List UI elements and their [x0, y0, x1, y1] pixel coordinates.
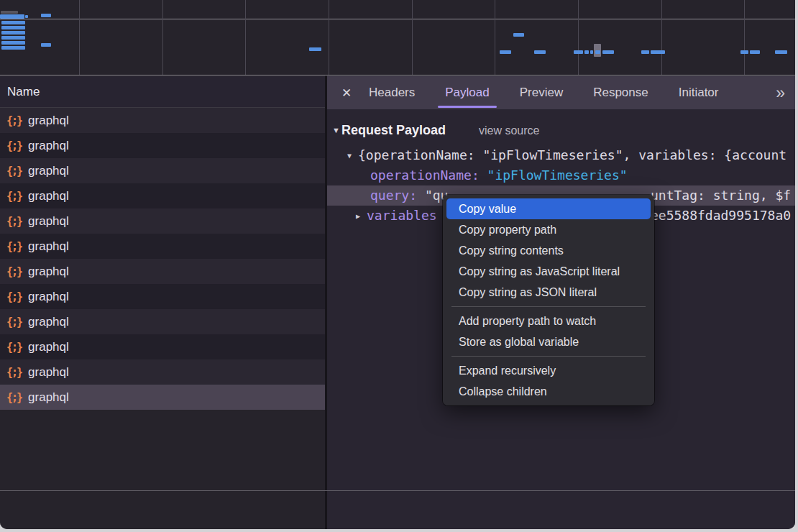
request-name: graphql	[28, 390, 69, 405]
request-name: graphql	[28, 340, 69, 354]
menu-item-store-as-global-variable[interactable]: Store as global variable	[446, 331, 651, 352]
request-bar	[25, 15, 28, 18]
context-menu: Copy valueCopy property pathCopy string …	[443, 195, 654, 405]
menu-item-copy-string-as-javascript-literal[interactable]: Copy string as JavaScript literal	[446, 261, 651, 282]
json-icon: {;}	[6, 341, 22, 354]
menu-item-copy-value[interactable]: Copy value	[446, 198, 651, 219]
requests-table: Name {;}graphql{;}graphql{;}graphql{;}gr…	[0, 76, 325, 529]
request-name: graphql	[28, 214, 69, 229]
property-key: variables	[367, 208, 437, 223]
request-row[interactable]: {;}graphql	[0, 158, 325, 183]
request-bar	[651, 50, 665, 54]
view-source-link[interactable]: view source	[479, 124, 539, 137]
menu-separator	[451, 306, 646, 307]
menu-item-collapse-children[interactable]: Collapse children	[446, 381, 651, 402]
request-bar	[1, 21, 25, 24]
tab-initiator[interactable]: Initiator	[679, 76, 719, 109]
request-bar	[534, 50, 546, 54]
json-icon: {;}	[6, 316, 22, 329]
request-bar	[750, 50, 760, 54]
request-row[interactable]: {;}graphql	[0, 359, 325, 385]
property-key: query:	[370, 188, 417, 203]
property-value: "ipFlowTimeseries"	[487, 168, 628, 183]
overview-gridline	[245, 0, 246, 75]
request-name: graphql	[28, 290, 69, 304]
object-preview-text: {operationName: "ipFlowTimeseries", vari…	[358, 147, 786, 162]
request-name: graphql	[28, 265, 69, 279]
request-bar	[41, 43, 51, 47]
overview-gridline	[79, 0, 80, 75]
tab-payload[interactable]: Payload	[445, 76, 489, 109]
request-bar	[41, 14, 51, 17]
name-column-header[interactable]: Name	[0, 76, 325, 108]
request-row[interactable]: {;}graphql	[0, 234, 325, 259]
request-row[interactable]: {;}graphql	[0, 183, 325, 208]
tab-preview[interactable]: Preview	[520, 76, 563, 109]
disclosure-triangle-icon[interactable]: ▼	[332, 122, 340, 138]
overview-midline	[0, 19, 795, 19]
request-bar	[584, 50, 589, 54]
request-bar	[500, 50, 511, 54]
request-row[interactable]: {;}graphql	[0, 133, 325, 158]
menu-item-expand-recursively[interactable]: Expand recursively	[446, 360, 651, 381]
json-icon: {;}	[6, 240, 22, 253]
more-tabs-button[interactable]: »	[776, 83, 784, 103]
request-name: graphql	[28, 189, 69, 203]
property-value-right: untTag: string, $f	[651, 185, 791, 206]
request-name: graphql	[28, 315, 69, 329]
request-bar	[1, 36, 25, 40]
overview-gridline	[412, 0, 413, 75]
json-icon: {;}	[6, 391, 22, 404]
menu-item-copy-string-as-json-literal[interactable]: Copy string as JSON literal	[446, 282, 651, 303]
tree-row-operationname[interactable]: operationName: "ipFlowTimeseries"	[327, 165, 795, 185]
menu-item-add-property-path-to-watch[interactable]: Add property path to watch	[446, 311, 651, 331]
close-panel-button[interactable]: ✕	[336, 86, 357, 101]
chevron-double-icon: »	[776, 83, 784, 102]
request-row[interactable]: {;}graphql	[0, 259, 325, 284]
menu-item-copy-string-contents[interactable]: Copy string contents	[446, 240, 651, 261]
menu-item-copy-property-path[interactable]: Copy property path	[446, 219, 651, 240]
request-bar	[309, 47, 321, 51]
request-bar	[740, 50, 748, 54]
request-name: graphql	[28, 114, 69, 128]
request-bar	[1, 41, 25, 45]
request-row[interactable]: {;}graphql	[0, 385, 325, 410]
request-name: graphql	[28, 365, 69, 380]
json-icon: {;}	[6, 190, 22, 203]
request-row[interactable]: {;}graphql	[0, 208, 325, 234]
tab-response[interactable]: Response	[593, 76, 648, 109]
menu-separator	[451, 356, 646, 357]
request-row[interactable]: {;}graphql	[0, 108, 325, 133]
request-name: graphql	[28, 139, 69, 153]
request-row[interactable]: {;}graphql	[0, 309, 325, 334]
request-rows: {;}graphql{;}graphql{;}graphql{;}graphql…	[0, 108, 325, 410]
request-bar	[574, 50, 583, 54]
property-key: operationName:	[370, 168, 480, 183]
network-overview[interactable]	[0, 0, 795, 75]
overview-gridline	[744, 0, 745, 75]
request-bar	[641, 50, 649, 54]
request-bar	[602, 50, 614, 54]
overview-gridline	[162, 0, 163, 75]
request-row[interactable]: {;}graphql	[0, 334, 325, 359]
disclosure-triangle-icon[interactable]: ▶	[356, 206, 360, 226]
tab-headers[interactable]: Headers	[369, 76, 415, 109]
request-bar	[590, 50, 593, 54]
overview-gridline	[495, 0, 495, 75]
payload-section-header: ▼Request Payloadview source	[332, 122, 795, 138]
json-icon: {;}	[6, 215, 22, 228]
property-value-right: ee5588fdad995178a0	[651, 206, 791, 226]
overview-gridline	[661, 0, 662, 75]
json-icon: {;}	[6, 139, 22, 152]
tree-row-preview[interactable]: ▼{operationName: "ipFlowTimeseries", var…	[327, 145, 795, 165]
request-bar	[775, 50, 787, 54]
request-bar	[1, 46, 25, 50]
request-bar	[513, 33, 524, 37]
section-title: Request Payload	[341, 123, 446, 137]
request-row[interactable]: {;}graphql	[0, 284, 325, 309]
request-name: graphql	[28, 239, 69, 254]
request-bar	[1, 26, 25, 29]
devtools-window: Name {;}graphql{;}graphql{;}graphql{;}gr…	[0, 0, 795, 529]
request-bar-pending	[1, 11, 18, 14]
disclosure-triangle-icon[interactable]: ▼	[347, 146, 352, 165]
